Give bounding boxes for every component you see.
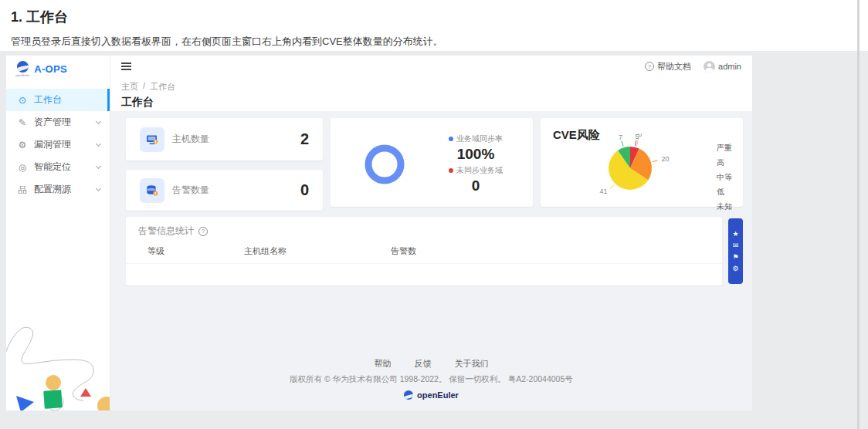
help-doc-link[interactable]: ? 帮助文档	[645, 61, 691, 73]
chevron-down-icon	[96, 164, 101, 169]
dashboard-screenshot: openEuler A-OPS ⊙ 工作台 ✎ 资产管理 ⚙ 漏洞管理 ◎ 智能…	[6, 56, 752, 410]
top-header: ? 帮助文档 admin	[110, 56, 752, 77]
blue-dot-icon	[449, 137, 453, 141]
sidebar-item-label: 资产管理	[34, 116, 71, 129]
svg-text:7: 7	[619, 133, 622, 141]
alerts-table-card: 告警信息统计 ? 等级 主机组名称 告警数	[126, 217, 722, 285]
brand-logo[interactable]: openEuler A-OPS	[6, 56, 110, 81]
breadcrumb-separator: /	[143, 81, 145, 93]
footer-link-about[interactable]: 关于我们	[455, 358, 489, 370]
unsync-label: 未同步业务域	[456, 165, 503, 176]
dashboard-footer: 帮助 反馈 关于我们 版权所有 © 华为技术有限公司 1998-2022。 保留…	[110, 358, 752, 400]
sidebar-decoration	[6, 314, 110, 410]
brand-name: A-OPS	[34, 63, 67, 75]
mail-icon[interactable]: ✉	[733, 242, 739, 249]
stat-label: 主机数量	[172, 133, 209, 146]
column-header-level: 等级	[147, 245, 244, 257]
feedback-fab[interactable]: ★ ✉ ⚑ ⚙	[728, 218, 743, 284]
host-icon	[140, 127, 164, 152]
footer-link-help[interactable]: 帮助	[375, 358, 392, 370]
doc-title: 1. 工作台	[11, 8, 443, 26]
legend-item: 中等	[713, 172, 732, 183]
sidebar-item-workbench[interactable]: ⊙ 工作台	[6, 89, 110, 111]
sidebar-item-assets[interactable]: ✎ 资产管理	[6, 111, 110, 133]
username: admin	[718, 62, 741, 71]
sync-rate-value: 100%	[429, 146, 522, 163]
dashboard-icon: ⊙	[17, 96, 28, 105]
sidebar-item-vulnerability[interactable]: ⚙ 漏洞管理	[6, 133, 110, 156]
cve-pie-chart: 5204170	[547, 133, 690, 207]
openeuler-logo-icon	[17, 61, 29, 73]
alerts-table-header: 等级 主机组名称 告警数	[126, 243, 722, 264]
aim-icon: ◎	[17, 163, 28, 172]
help-doc-label: 帮助文档	[657, 61, 691, 73]
sidebar-item-label: 智能定位	[34, 160, 71, 174]
doc-description: 管理员登录后直接切入数据看板界面，在右侧页面主窗口右上角内看到CVE整体数量的分…	[11, 35, 443, 49]
svg-text:0: 0	[638, 133, 642, 138]
content-area: 主机数量 2 告警数量 0	[110, 111, 752, 410]
page-title: 工作台	[121, 96, 741, 110]
user-menu[interactable]: admin	[704, 61, 741, 73]
footer-links: 帮助 反馈 关于我们	[110, 358, 752, 370]
alerts-table-title: 告警信息统计 ?	[126, 217, 722, 243]
sync-card: 业务域同步率 100% 未同步业务域 0	[331, 118, 533, 207]
svg-text:41: 41	[600, 187, 608, 195]
legend-item: 高	[713, 157, 732, 168]
footer-link-feedback[interactable]: 反馈	[415, 358, 432, 370]
main-area: ? 帮助文档 admin 主页 / 工作台 工作台	[110, 56, 752, 410]
chevron-down-icon	[96, 119, 101, 124]
sidebar-item-label: 漏洞管理	[34, 138, 71, 151]
sidebar-menu: ⊙ 工作台 ✎ 资产管理 ⚙ 漏洞管理 ◎ 智能定位 品 配置溯源	[6, 89, 110, 201]
doc-header: 1. 工作台 管理员登录后直接切入数据看板界面，在右侧页面主窗口右上角内看到CV…	[11, 3, 443, 49]
breadcrumb-zone: 主页 / 工作台 工作台	[110, 77, 752, 116]
info-circle-icon[interactable]: ?	[198, 227, 208, 236]
sidebar-item-config-trace[interactable]: 品 配置溯源	[6, 178, 110, 201]
gear-icon: ⚙	[17, 140, 28, 150]
column-header-hostgroup: 主机组名称	[244, 245, 391, 257]
sidebar-item-label: 工作台	[34, 93, 62, 106]
breadcrumb-current: 工作台	[150, 81, 175, 93]
breadcrumb: 主页 / 工作台	[121, 81, 741, 93]
stat-card-hosts: 主机数量 2	[126, 118, 323, 160]
nodes-icon: 品	[17, 185, 28, 194]
svg-text:20: 20	[661, 155, 669, 163]
alert-database-icon	[140, 178, 164, 203]
column-header-alertcount: 告警数	[391, 245, 710, 257]
cve-risk-card: CVE风险 5204170 严重 高 中等	[541, 118, 743, 207]
unsync-value: 0	[429, 177, 522, 194]
sync-metrics: 业务域同步率 100% 未同步业务域 0	[429, 133, 522, 197]
cve-legend: 严重 高 中等 低 未知	[713, 143, 732, 212]
flag-icon[interactable]: ⚑	[732, 254, 738, 261]
stat-label: 告警数量	[172, 184, 209, 197]
sync-donut-chart	[363, 143, 406, 186]
sync-rate-label: 业务域同步率	[456, 133, 503, 144]
openeuler-logo-label: openEuler	[15, 73, 29, 77]
star-icon[interactable]: ★	[732, 231, 738, 238]
footer-brand: openEuler	[110, 390, 752, 400]
stat-value: 2	[300, 130, 309, 148]
sidebar: openEuler A-OPS ⊙ 工作台 ✎ 资产管理 ⚙ 漏洞管理 ◎ 智能…	[6, 56, 110, 410]
chevron-down-icon	[96, 186, 101, 191]
menu-fold-icon[interactable]	[121, 62, 131, 70]
red-dot-icon	[449, 168, 453, 173]
avatar	[704, 61, 715, 73]
openeuler-logo-icon	[404, 390, 413, 400]
stat-card-alerts: 告警数量 0	[126, 170, 323, 211]
legend-item: 未知	[713, 201, 732, 212]
chevron-down-icon	[96, 141, 101, 147]
sidebar-item-smart-locate[interactable]: ◎ 智能定位	[6, 156, 110, 178]
stat-value: 0	[300, 181, 309, 199]
gear-icon[interactable]: ⚙	[732, 265, 738, 272]
footer-brand-name: openEuler	[417, 390, 459, 400]
sidebar-item-label: 配置溯源	[34, 183, 71, 196]
breadcrumb-home[interactable]: 主页	[121, 81, 138, 93]
question-circle-icon: ?	[645, 62, 654, 71]
footer-copyright: 版权所有 © 华为技术有限公司 1998-2022。 保留一切权利。 粤A2-2…	[110, 374, 752, 385]
edit-icon: ✎	[17, 118, 28, 127]
legend-item: 低	[713, 187, 732, 198]
page-scrollbar[interactable]	[857, 0, 860, 429]
legend-item: 严重	[713, 143, 732, 154]
